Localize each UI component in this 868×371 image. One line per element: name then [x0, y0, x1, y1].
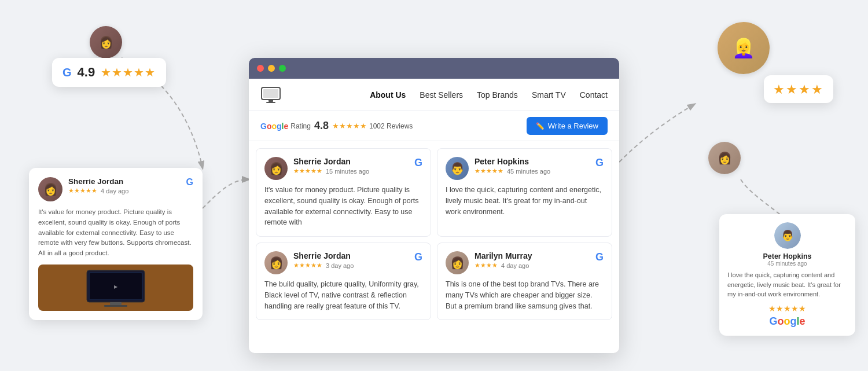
google-icon-2: G: [595, 157, 604, 169]
svg-rect-5: [104, 305, 127, 307]
svg-rect-9: [266, 102, 275, 103]
close-dot[interactable]: [257, 65, 264, 72]
stars-2: ★★★★★: [475, 167, 503, 175]
reviewer-avatar-1: 👩: [264, 157, 288, 180]
review-card-1: 👩 Sherrie Jordan ★★★★★ 15 minutes ago G …: [256, 148, 431, 237]
svg-rect-4: [110, 302, 122, 305]
write-review-button[interactable]: ✏️ Write a Review: [527, 117, 608, 135]
nav-contact[interactable]: Contact: [580, 90, 608, 100]
right-card-stars: ★★★★★: [727, 304, 847, 313]
google-logo: Google: [260, 122, 288, 131]
nav-top-brands[interactable]: Top Brands: [477, 90, 518, 100]
browser-window: About Us Best Sellers Top Brands Smart T…: [249, 58, 619, 353]
left-card-stars: ★★★★★: [68, 187, 97, 194]
svg-rect-7: [263, 89, 278, 98]
avatar-middle-right: 👩: [708, 142, 741, 174]
stars-1: ★★★★★: [293, 167, 322, 175]
reviewer-name-2: Peter Hopkins: [475, 157, 595, 166]
google-icon-3: G: [414, 251, 422, 263]
minimize-dot[interactable]: [268, 65, 275, 72]
left-card-time: 4 day ago: [101, 188, 128, 194]
rating-score-main: 4.8: [314, 120, 329, 132]
right-card-name: Peter Hopkins: [727, 252, 847, 260]
avatar-top-left: 👩: [90, 26, 122, 58]
google-icon-4: G: [595, 251, 604, 263]
nav-bar: About Us Best Sellers Top Brands Smart T…: [249, 79, 619, 111]
stars-float-tr: ★★★★: [764, 75, 833, 103]
rating-stars: ★★★★★: [101, 65, 156, 79]
reviewer-avatar-3: 👩: [264, 251, 288, 274]
stars-4: ★★★★: [475, 262, 498, 269]
reviewer-name-3: Sherrie Jordan: [293, 251, 414, 260]
stars-3: ★★★★★: [293, 262, 322, 269]
pencil-icon: ✏️: [536, 122, 545, 130]
right-card-avatar: 👨: [774, 222, 801, 249]
right-card-text: I love the quick, capturing content and …: [727, 270, 847, 299]
left-card-avatar: 👩: [38, 177, 62, 201]
nav-logo: [260, 86, 281, 104]
time-3: 3 day ago: [326, 262, 354, 269]
rating-label: Rating: [290, 122, 311, 130]
svg-text:▶: ▶: [114, 284, 118, 289]
review-card-4: 👩 Marilyn Murray ★★★★ 4 day ago G This i…: [437, 243, 612, 320]
nav-links: About Us Best Sellers Top Brands Smart T…: [370, 90, 608, 100]
review-count: 1002 Reviews: [369, 122, 413, 130]
stars-tr: ★★★★: [773, 82, 824, 97]
review-card-2: 👨 Peter Hopkins ★★★★★ 45 minutes ago G I…: [437, 148, 612, 237]
time-4: 4 day ago: [501, 262, 529, 269]
rating-bar: Google Rating 4.8 ★★★★★ 1002 Reviews ✏️ …: [249, 111, 619, 141]
left-card-name: Sherrie Jordan: [68, 177, 186, 186]
right-card-time: 45 minutes ago: [727, 260, 847, 267]
svg-rect-8: [269, 100, 273, 102]
review-text-3: The build quality, picture quality, Unif…: [264, 279, 422, 311]
time-1: 15 minutes ago: [326, 168, 369, 175]
review-card-3: 👩 Sherrie Jordan ★★★★★ 3 day ago G The b…: [256, 243, 431, 320]
time-2: 45 minutes ago: [507, 168, 550, 175]
rating-stars-main: ★★★★★: [332, 122, 367, 130]
tv-icon: [260, 86, 281, 104]
nav-smart-tv[interactable]: Smart TV: [532, 90, 566, 100]
reviewer-name-4: Marilyn Murray: [475, 251, 595, 260]
right-float-card: 👨 Peter Hopkins 45 minutes ago I love th…: [719, 214, 855, 336]
avatar-top-right: 👱‍♀️: [718, 22, 770, 74]
reviewer-avatar-2: 👨: [446, 157, 469, 180]
left-card-google-icon: G: [186, 177, 193, 188]
review-text-1: It's value for money product. Picture qu…: [264, 185, 422, 228]
left-card-image: ▶: [38, 265, 193, 311]
nav-best-sellers[interactable]: Best Sellers: [420, 90, 463, 100]
review-text-4: This is one of the best top brand TVs. T…: [446, 279, 604, 311]
left-card-text: It's value for money product. Picture qu…: [38, 207, 193, 259]
review-text-2: I love the quick, capturing content and …: [446, 185, 604, 217]
expand-dot[interactable]: [279, 65, 286, 72]
google-icon-1: G: [414, 157, 422, 169]
left-float-card: 👩 Sherrie Jordan ★★★★★ 4 day ago G It's …: [29, 168, 203, 320]
reviewer-avatar-4: 👩: [446, 251, 469, 274]
reviews-grid: 👩 Sherrie Jordan ★★★★★ 15 minutes ago G …: [249, 141, 619, 327]
write-review-label: Write a Review: [548, 122, 598, 130]
rating-score: 4.9: [78, 65, 95, 80]
nav-about-us[interactable]: About Us: [370, 90, 406, 100]
right-card-google-icon: Google: [727, 315, 847, 328]
google-rating-card: G 4.9 ★★★★★: [52, 58, 166, 87]
browser-titlebar: [249, 58, 619, 79]
reviewer-name-1: Sherrie Jordan: [293, 157, 414, 166]
